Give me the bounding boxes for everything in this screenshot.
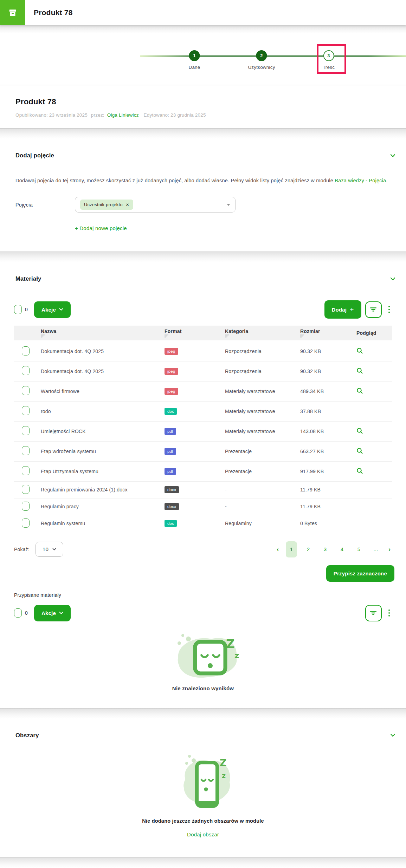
- pagination-page[interactable]: 1: [286, 541, 297, 557]
- actions-button[interactable]: Akcje: [34, 301, 71, 318]
- row-checkbox[interactable]: [22, 426, 30, 435]
- material-name: Dokumentacja dot. 4Q 2025: [34, 341, 150, 361]
- row-checkbox[interactable]: [22, 346, 30, 355]
- assigned-empty-state: Z z Nie znaleziono wyników: [0, 624, 406, 708]
- sleeping-box-illustration: Z z: [163, 624, 243, 680]
- step-number: 2: [256, 50, 267, 61]
- select-all-checkbox[interactable]: [14, 305, 22, 314]
- format-badge: doc: [165, 520, 177, 527]
- row-checkbox[interactable]: [22, 485, 30, 494]
- assigned-select-all-checkbox[interactable]: [14, 608, 22, 618]
- assign-selected-button[interactable]: Przypisz zaznaczone: [326, 565, 394, 582]
- column-kategoria[interactable]: Kategoria: [210, 326, 285, 341]
- page: Produkt 78 1 Dane 2 Użytkownicy 3 Treść …: [0, 0, 406, 868]
- format-badge: jpeg: [165, 388, 178, 395]
- table-row: Dokumentacja dot. 4Q 2025 jpeg Rozporząd…: [14, 361, 392, 381]
- row-checkbox[interactable]: [22, 446, 30, 455]
- pagination-page[interactable]: 4: [336, 541, 348, 557]
- material-name: Etap Utrzymania systemu: [34, 461, 150, 481]
- column-format[interactable]: Format: [150, 326, 210, 341]
- row-checkbox[interactable]: [22, 386, 30, 395]
- pagination-page[interactable]: ...: [370, 541, 381, 557]
- pagination-page[interactable]: 5: [353, 541, 365, 557]
- assigned-actions-button[interactable]: Akcje: [34, 605, 71, 621]
- chevron-down-icon: [52, 548, 56, 550]
- add-concept-link[interactable]: + Dodaj nowe pojęcie: [75, 225, 127, 231]
- areas-title: Obszary: [15, 732, 39, 739]
- filter-icon: [370, 611, 376, 615]
- stepper-step-uzytkownicy[interactable]: 2 Użytkownicy: [248, 50, 275, 70]
- filter-button[interactable]: [365, 301, 382, 318]
- knowledge-base-link[interactable]: Baza wiedzy - Pojęcia.: [335, 178, 387, 183]
- chevron-down-icon[interactable]: [390, 154, 395, 157]
- step-label: Dane: [188, 65, 200, 70]
- concepts-select[interactable]: Uczestnik projektu ✕: [75, 197, 236, 213]
- table-row: rodo doc Materiały warsztatowe 37.88 KB: [14, 401, 392, 421]
- published-label: Opublikowano:: [15, 112, 48, 118]
- material-category: -: [210, 498, 285, 515]
- pagination-next-icon[interactable]: ›: [387, 546, 392, 553]
- preview-icon[interactable]: [356, 367, 363, 374]
- format-badge: doc: [165, 408, 177, 415]
- assigned-materials-title: Przypisane materiały: [14, 592, 406, 598]
- format-badge: pdf: [165, 428, 176, 435]
- format-badge: jpeg: [165, 348, 178, 355]
- pagination-page[interactable]: 2: [303, 541, 314, 557]
- pagination-page[interactable]: 3: [320, 541, 331, 557]
- format-badge: pdf: [165, 448, 176, 455]
- by-label: przez:: [91, 112, 104, 118]
- assigned-filter-button[interactable]: [365, 605, 382, 621]
- svg-text:Z: Z: [220, 757, 227, 768]
- select-caret-icon: [227, 204, 230, 206]
- kebab-menu-icon[interactable]: [386, 304, 392, 315]
- preview-icon[interactable]: [356, 448, 363, 454]
- stepper-step-dane[interactable]: 1 Dane: [188, 50, 200, 70]
- section-divider: [0, 25, 406, 33]
- chevron-down-icon[interactable]: [390, 277, 395, 281]
- areas-empty-text: Nie dodano jeszcze żadnych obszarów w mo…: [142, 818, 264, 824]
- stepper-step-tresc[interactable]: 3 Treść: [323, 50, 335, 70]
- row-checkbox[interactable]: [22, 466, 30, 475]
- format-badge: pdf: [165, 468, 176, 475]
- preview-icon[interactable]: [356, 387, 363, 394]
- filter-icon: [370, 307, 376, 312]
- add-area-link[interactable]: Dodaj obszar: [187, 831, 219, 837]
- author-link[interactable]: Olga Liniewicz: [107, 112, 139, 118]
- page-title: Produkt 78: [34, 8, 73, 17]
- table-row: Regulamin systemu doc Regulaminy 0 Bytes: [14, 515, 392, 532]
- preview-icon[interactable]: [356, 428, 363, 434]
- row-checkbox[interactable]: [22, 366, 30, 375]
- format-badge: docx: [165, 503, 179, 510]
- assigned-kebab-menu-icon[interactable]: [386, 607, 392, 619]
- material-category: -: [210, 481, 285, 498]
- step-label: Treść: [323, 65, 335, 70]
- top-bar: Produkt 78: [0, 0, 406, 25]
- material-size: 663.27 KB: [285, 441, 342, 461]
- material-name: Etap wdrożenia systemu: [34, 441, 150, 461]
- archive-icon: [8, 8, 18, 18]
- add-button[interactable]: Dodaj+: [324, 300, 361, 319]
- row-checkbox[interactable]: [22, 518, 30, 528]
- material-name: Regulamin premiowania 2024 (1).docx: [34, 481, 150, 498]
- column-nazwa[interactable]: Nazwa: [34, 326, 150, 341]
- product-meta: Opublikowano: 23 września 2025 przez: Ol…: [15, 112, 391, 118]
- column-podglad: Podgląd: [342, 326, 392, 341]
- table-row: Dokumentacja dot. 4Q 2025 jpeg Rozporząd…: [14, 341, 392, 361]
- chip-remove-icon[interactable]: ✕: [126, 202, 129, 207]
- material-category: Materiały warsztatowe: [210, 381, 285, 401]
- page-size-select[interactable]: 10: [36, 542, 63, 557]
- app-logo[interactable]: [0, 0, 25, 25]
- material-category: Materiały warsztatowe: [210, 401, 285, 421]
- material-category: Rozporządzenia: [210, 341, 285, 361]
- row-checkbox[interactable]: [22, 502, 30, 511]
- chevron-down-icon: [59, 308, 63, 311]
- preview-icon[interactable]: [356, 468, 363, 474]
- material-size: 90.32 KB: [285, 361, 342, 381]
- pagination-prev-icon[interactable]: ‹: [275, 546, 280, 553]
- chevron-down-icon[interactable]: [390, 733, 395, 737]
- column-rozmiar[interactable]: Rozmiar: [285, 326, 342, 341]
- page-size-value: 10: [43, 546, 49, 552]
- row-checkbox[interactable]: [22, 406, 30, 415]
- material-category: Prezentacje: [210, 441, 285, 461]
- preview-icon[interactable]: [356, 347, 363, 354]
